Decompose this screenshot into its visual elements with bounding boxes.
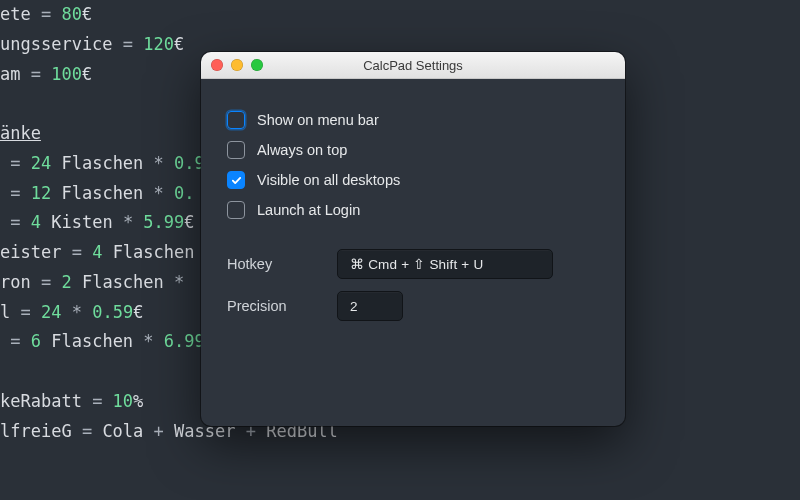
minimize-icon[interactable] [231,59,243,71]
precision-field[interactable]: 2 [337,291,403,321]
checkbox-row: Visible on all desktops [227,165,599,195]
checkbox[interactable] [227,171,245,189]
zoom-icon[interactable] [251,59,263,71]
checkbox-label: Launch at Login [257,202,360,218]
checkbox-row: Always on top [227,135,599,165]
editor-line: ete = 80€ [0,0,786,30]
checkbox[interactable] [227,201,245,219]
window-titlebar: CalcPad Settings [201,52,625,79]
hotkey-row: Hotkey ⌘ Cmd + ⇧ Shift + U [227,243,599,285]
precision-label: Precision [227,298,317,314]
traffic-lights [201,59,263,71]
window-title: CalcPad Settings [201,58,625,73]
checkbox[interactable] [227,111,245,129]
settings-body: Show on menu barAlways on topVisible on … [201,79,625,347]
close-icon[interactable] [211,59,223,71]
hotkey-field[interactable]: ⌘ Cmd + ⇧ Shift + U [337,249,553,279]
precision-row: Precision 2 [227,285,599,327]
settings-window: CalcPad Settings Show on menu barAlways … [201,52,625,426]
checkbox-label: Always on top [257,142,347,158]
checkbox[interactable] [227,141,245,159]
hotkey-label: Hotkey [227,256,317,272]
checkbox-row: Launch at Login [227,195,599,225]
checkbox-row: Show on menu bar [227,105,599,135]
checkbox-label: Show on menu bar [257,112,379,128]
check-icon [231,175,242,186]
checkbox-label: Visible on all desktops [257,172,400,188]
